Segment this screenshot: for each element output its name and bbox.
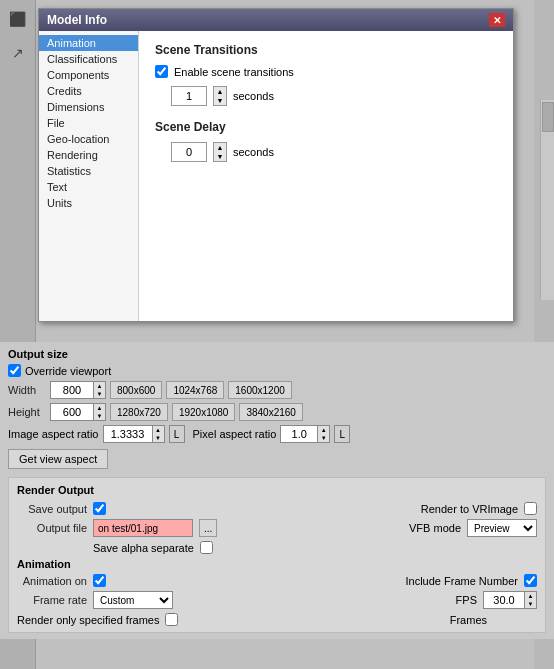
height-down-btn[interactable]: ▼ xyxy=(94,412,105,420)
fps-up-btn[interactable]: ▲ xyxy=(525,592,536,600)
height-up-btn[interactable]: ▲ xyxy=(94,404,105,412)
width-label: Width xyxy=(8,384,46,396)
preset-1600x1200-btn[interactable]: 1600x1200 xyxy=(228,381,292,399)
transitions-value-input[interactable] xyxy=(171,86,207,106)
get-view-aspect-btn[interactable]: Get view aspect xyxy=(8,449,108,469)
sidebar-item-file[interactable]: File xyxy=(39,115,138,131)
pixel-aspect-input[interactable] xyxy=(280,425,318,443)
dialog-title: Model Info xyxy=(47,13,107,27)
save-output-row: Save output Render to VRImage xyxy=(17,502,537,515)
transitions-up-btn[interactable]: ▲ xyxy=(214,87,226,96)
width-row: Width ▲ ▼ 800x600 1024x768 1600x1200 xyxy=(8,381,546,399)
save-output-label: Save output xyxy=(17,503,87,515)
fps-down-btn[interactable]: ▼ xyxy=(525,600,536,608)
tool-icon-1[interactable]: ⬛ xyxy=(3,4,33,34)
image-aspect-down-btn[interactable]: ▼ xyxy=(153,434,164,442)
pixel-aspect-up-btn[interactable]: ▲ xyxy=(318,426,329,434)
frame-rate-select[interactable]: Custom 24 fps 25 fps 30 fps xyxy=(93,591,173,609)
image-aspect-label: Image aspect ratio xyxy=(8,428,99,440)
transitions-spinner-row: ▲ ▼ seconds xyxy=(171,86,497,106)
dialog-content: Scene Transitions Enable scene transitio… xyxy=(139,31,513,321)
pixel-aspect-spinner-btns: ▲ ▼ xyxy=(318,425,330,443)
browse-btn[interactable]: ... xyxy=(199,519,217,537)
sidebar-item-credits[interactable]: Credits xyxy=(39,83,138,99)
aspect-ratio-row: Image aspect ratio ▲ ▼ L Pixel aspect ra… xyxy=(8,425,546,443)
preset-1280x720-btn[interactable]: 1280x720 xyxy=(110,403,168,421)
scrollbar-track[interactable] xyxy=(540,100,554,300)
pixel-aspect-down-btn[interactable]: ▼ xyxy=(318,434,329,442)
output-file-row: Output file ... VFB mode Preview Full No… xyxy=(17,519,537,537)
sidebar-item-geo-location[interactable]: Geo-location xyxy=(39,131,138,147)
preset-1024x768-btn[interactable]: 1024x768 xyxy=(166,381,224,399)
preset-800x600-btn[interactable]: 800x600 xyxy=(110,381,162,399)
sidebar: Animation Classifications Components Cre… xyxy=(39,31,139,321)
delay-spinner-btns: ▲ ▼ xyxy=(213,142,227,162)
override-viewport-checkbox[interactable] xyxy=(8,364,21,377)
sidebar-item-statistics[interactable]: Statistics xyxy=(39,163,138,179)
sidebar-item-text[interactable]: Text xyxy=(39,179,138,195)
output-file-input[interactable] xyxy=(93,519,193,537)
dialog-titlebar: Model Info ✕ xyxy=(39,9,513,31)
enable-transitions-checkbox[interactable] xyxy=(155,65,168,78)
preset-1920x1080-btn[interactable]: 1920x1080 xyxy=(172,403,236,421)
vfb-mode-label: VFB mode xyxy=(409,522,461,534)
override-viewport-row: Override viewport xyxy=(8,364,546,377)
preset-3840x2160-btn[interactable]: 3840x2160 xyxy=(239,403,303,421)
dialog-body: Animation Classifications Components Cre… xyxy=(39,31,513,321)
sidebar-item-animation[interactable]: Animation xyxy=(39,35,138,51)
transitions-seconds-label: seconds xyxy=(233,90,274,102)
enable-transitions-row: Enable scene transitions xyxy=(155,65,497,78)
image-aspect-spinner-btns: ▲ ▼ xyxy=(153,425,165,443)
bottom-panel: Output size Override viewport Width ▲ ▼ … xyxy=(0,342,554,639)
delay-value-input[interactable] xyxy=(171,142,207,162)
render-only-checkbox[interactable] xyxy=(165,613,178,626)
pixel-aspect-label: Pixel aspect ratio xyxy=(193,428,277,440)
enable-transitions-label: Enable scene transitions xyxy=(174,66,294,78)
delay-up-btn[interactable]: ▲ xyxy=(214,143,226,152)
sidebar-item-rendering[interactable]: Rendering xyxy=(39,147,138,163)
delay-seconds-label: seconds xyxy=(233,146,274,158)
scrollbar-thumb[interactable] xyxy=(542,102,554,132)
transitions-down-btn[interactable]: ▼ xyxy=(214,96,226,105)
dialog-close-button[interactable]: ✕ xyxy=(489,13,505,27)
sidebar-item-units[interactable]: Units xyxy=(39,195,138,211)
width-down-btn[interactable]: ▼ xyxy=(94,390,105,398)
render-to-vrimage-checkbox[interactable] xyxy=(524,502,537,515)
height-input[interactable] xyxy=(50,403,94,421)
animation-on-label: Animation on xyxy=(17,575,87,587)
save-output-checkbox[interactable] xyxy=(93,502,106,515)
delay-spinner-row: ▲ ▼ seconds xyxy=(171,142,497,162)
render-output-title: Render Output xyxy=(17,484,537,496)
tool-icon-2[interactable]: ↗ xyxy=(3,38,33,68)
width-up-btn[interactable]: ▲ xyxy=(94,382,105,390)
pixel-aspect-spinner: ▲ ▼ xyxy=(280,425,330,443)
render-output-section: Render Output Save output Render to VRIm… xyxy=(8,477,546,633)
save-alpha-text: Save alpha separate xyxy=(93,542,194,554)
include-frame-checkbox[interactable] xyxy=(524,574,537,587)
width-input[interactable] xyxy=(50,381,94,399)
image-aspect-up-btn[interactable]: ▲ xyxy=(153,426,164,434)
fps-spinner: ▲ ▼ xyxy=(483,591,537,609)
render-only-label: Render only specified frames xyxy=(17,614,159,626)
height-label: Height xyxy=(8,406,46,418)
render-only-row: Render only specified frames Frames xyxy=(17,613,537,626)
image-aspect-l-btn[interactable]: L xyxy=(169,425,185,443)
vfb-mode-select[interactable]: Preview Full None xyxy=(467,519,537,537)
render-to-vrimage-label: Render to VRImage xyxy=(421,503,518,515)
image-aspect-input[interactable] xyxy=(103,425,153,443)
scene-delay-title: Scene Delay xyxy=(155,120,497,134)
output-file-label: Output file xyxy=(17,522,87,534)
delay-down-btn[interactable]: ▼ xyxy=(214,152,226,161)
sidebar-item-components[interactable]: Components xyxy=(39,67,138,83)
sidebar-item-dimensions[interactable]: Dimensions xyxy=(39,99,138,115)
pixel-aspect-l-btn[interactable]: L xyxy=(334,425,350,443)
fps-input[interactable] xyxy=(483,591,525,609)
width-spinner-btns: ▲ ▼ xyxy=(94,381,106,399)
scene-transitions-title: Scene Transitions xyxy=(155,43,497,57)
sidebar-item-classifications[interactable]: Classifications xyxy=(39,51,138,67)
save-alpha-checkbox[interactable] xyxy=(200,541,213,554)
animation-on-checkbox[interactable] xyxy=(93,574,106,587)
save-alpha-row: Save alpha separate xyxy=(17,541,537,554)
frame-rate-row: Frame rate Custom 24 fps 25 fps 30 fps F… xyxy=(17,591,537,609)
fps-spinner-btns: ▲ ▼ xyxy=(525,591,537,609)
